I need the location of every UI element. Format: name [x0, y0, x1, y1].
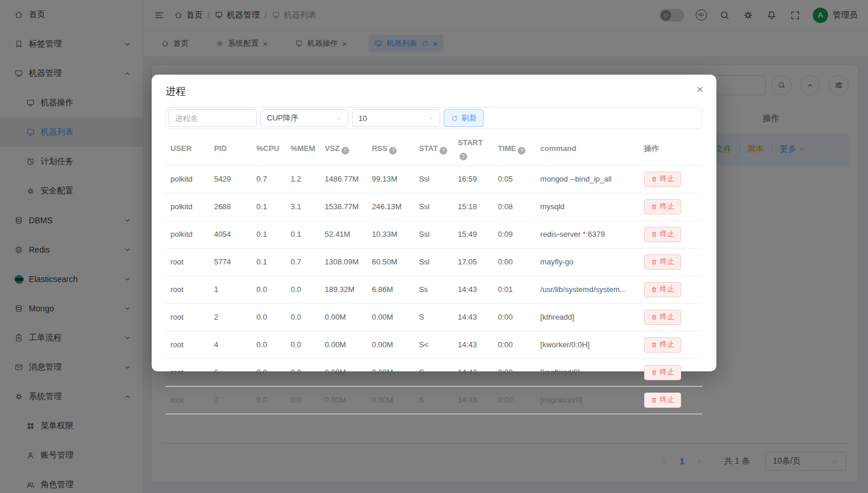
column-header: %MEM: [286, 132, 320, 165]
terminate-button[interactable]: 终止: [644, 310, 681, 325]
process-cell: 0.00M: [320, 331, 367, 358]
count-select-value: 10: [358, 114, 367, 123]
process-row: root57740.10.71308.09M60.50MSsl17:050:00…: [166, 248, 702, 276]
trash-icon: [651, 203, 658, 210]
terminate-button[interactable]: 终止: [644, 199, 681, 214]
process-name-input[interactable]: [169, 109, 257, 127]
process-cell: 99.13M: [367, 165, 414, 193]
process-row: root10.00.0189.32M6.86MSs14:430:01/usr/l…: [166, 276, 702, 303]
help-icon: ?: [341, 147, 349, 155]
process-row: root60.00.00.00M0.00MS14:430:00[ksoftirq…: [166, 358, 702, 386]
count-select[interactable]: 10: [352, 109, 440, 127]
process-cell: root: [166, 386, 209, 414]
process-cell: 1486.77M: [320, 165, 367, 193]
column-header: VSZ?: [320, 132, 367, 165]
trash-icon: [651, 286, 658, 293]
process-cell: 0:00: [493, 248, 535, 276]
terminate-button[interactable]: 终止: [644, 282, 681, 297]
process-cell: 0.00M: [320, 303, 367, 331]
process-cell: 246.13M: [367, 193, 414, 220]
column-header: command: [535, 132, 639, 165]
process-cell: 14:43: [453, 303, 493, 331]
trash-icon: [651, 176, 658, 183]
process-cell: root: [166, 331, 209, 358]
help-icon: ?: [518, 147, 525, 155]
process-cell: root: [166, 358, 209, 386]
process-cell: 0.00M: [367, 386, 414, 414]
process-cell: 0.0: [252, 331, 286, 358]
process-cell: 189.32M: [320, 276, 367, 303]
process-cell: 60.50M: [367, 248, 414, 276]
help-icon: ?: [460, 153, 467, 160]
process-actions-cell: 终止: [639, 193, 702, 220]
process-cell: 7: [209, 386, 252, 414]
process-cell: 0.0: [252, 303, 286, 331]
process-cell: [migration/0]: [535, 386, 639, 414]
process-cell: [ksoftirqd/0]: [535, 358, 639, 386]
process-table: USERPID%CPU%MEMVSZ?RSS?STAT?START?TIME?c…: [166, 132, 702, 414]
process-cell: 16:59: [453, 165, 493, 193]
process-actions-cell: 终止: [639, 220, 702, 248]
trash-icon: [651, 369, 658, 376]
process-cell: 0.0: [286, 303, 320, 331]
process-cell: 2688: [209, 193, 252, 220]
terminate-button[interactable]: 终止: [644, 227, 681, 242]
process-actions-cell: 终止: [639, 165, 702, 193]
process-cell: 0:00: [493, 303, 535, 331]
help-icon: ?: [389, 147, 397, 155]
sort-select[interactable]: CUP降序: [260, 109, 348, 127]
process-actions-cell: 终止: [639, 386, 702, 414]
process-actions-cell: 终止: [639, 276, 702, 303]
process-cell: polkitd: [166, 165, 209, 193]
terminate-button[interactable]: 终止: [644, 337, 681, 353]
column-header: PID: [209, 132, 252, 165]
process-cell: root: [166, 276, 209, 303]
trash-icon: [651, 259, 658, 266]
process-cell: 0.0: [252, 386, 286, 414]
process-cell: 3.1: [286, 193, 320, 220]
process-cell: 6.86M: [367, 276, 414, 303]
process-cell: 0.0: [286, 358, 320, 386]
process-table-header-row: USERPID%CPU%MEMVSZ?RSS?STAT?START?TIME?c…: [166, 132, 702, 165]
process-cell: 1538.77M: [320, 193, 367, 220]
process-actions-cell: 终止: [639, 331, 702, 358]
process-cell: 0.0: [252, 276, 286, 303]
terminate-button[interactable]: 终止: [644, 393, 681, 408]
process-cell: 14:43: [453, 386, 493, 414]
process-cell: 0:00: [493, 331, 535, 358]
process-cell: S<: [414, 331, 453, 358]
process-cell: 0.00M: [367, 303, 414, 331]
column-header: TIME?: [493, 132, 535, 165]
process-cell: 52.41M: [320, 220, 367, 248]
refresh-icon: [451, 115, 458, 122]
process-cell: 0.00M: [367, 358, 414, 386]
chevron-down-icon: [427, 115, 435, 122]
process-cell: 14:43: [453, 331, 493, 358]
column-header: STAT?: [414, 132, 453, 165]
process-cell: S: [414, 358, 453, 386]
help-icon: ?: [440, 147, 447, 155]
process-cell: 17:05: [453, 248, 493, 276]
trash-icon: [651, 314, 658, 321]
process-cell: 0.00M: [367, 331, 414, 358]
process-cell: 14:43: [453, 358, 493, 386]
refresh-button[interactable]: 刷新: [444, 109, 484, 127]
process-cell: 1.2: [286, 165, 320, 193]
terminate-button[interactable]: 终止: [644, 172, 681, 187]
process-table-body: polkitd54290.71.21486.77M99.13MSsl16:590…: [166, 165, 702, 414]
process-cell: 0:00: [493, 358, 535, 386]
process-cell: polkitd: [166, 220, 209, 248]
terminate-button[interactable]: 终止: [644, 254, 681, 270]
process-actions-cell: 终止: [639, 358, 702, 386]
column-header: START?: [453, 132, 493, 165]
close-icon[interactable]: ×: [696, 83, 703, 95]
process-cell: 0.0: [286, 386, 320, 414]
process-cell: S: [414, 386, 453, 414]
process-cell: 0:00: [493, 386, 535, 414]
process-cell: 14:43: [453, 276, 493, 303]
process-cell: mysqld: [535, 193, 639, 220]
process-row: root70.00.00.00M0.00MS14:430:00[migratio…: [166, 386, 702, 414]
terminate-button[interactable]: 终止: [644, 365, 681, 380]
process-cell: 15:49: [453, 220, 493, 248]
process-row: root40.00.00.00M0.00MS<14:430:00[kworker…: [166, 331, 702, 358]
